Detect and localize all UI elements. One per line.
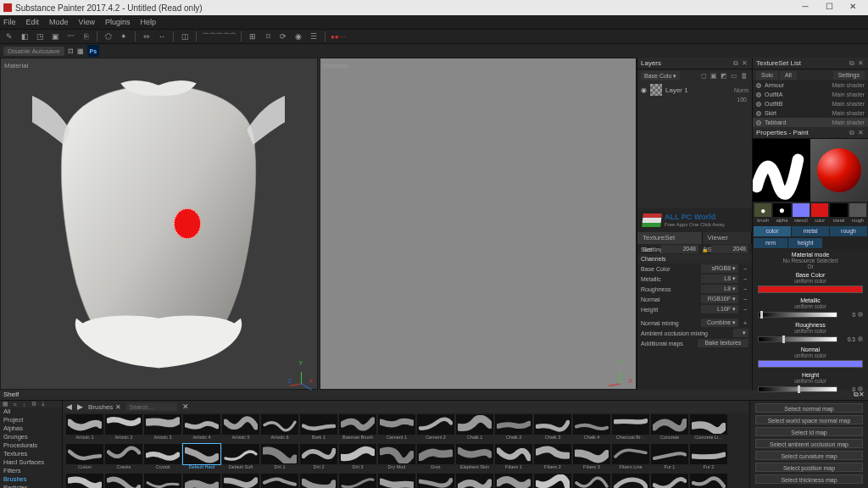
layer-item[interactable]: ◉ Layer 1 Norm bbox=[637, 81, 752, 98]
pressure-curve-icon[interactable]: ⌒⌒⌒⌒⌒ bbox=[202, 31, 236, 42]
select-map-button[interactable]: Select thickness map bbox=[755, 474, 863, 484]
metal-tab[interactable]: metal bbox=[792, 226, 829, 236]
category-item[interactable]: Alphas bbox=[0, 424, 62, 433]
brush-preset[interactable]: Concrete Li… bbox=[690, 414, 727, 442]
all-button[interactable]: All bbox=[780, 71, 797, 80]
category-item[interactable]: Brushes bbox=[0, 475, 62, 484]
alpha-slot[interactable]: ●alpha bbox=[773, 203, 790, 224]
stencil-slot[interactable]: stencil bbox=[793, 203, 810, 224]
search-input[interactable] bbox=[126, 402, 177, 411]
axis-gizmo[interactable]: Y X bbox=[609, 362, 631, 384]
import-icon[interactable]: ⤓ bbox=[39, 401, 47, 408]
close-tab-icon[interactable]: ✕ bbox=[115, 403, 121, 411]
symmetry-icon[interactable]: ◫ bbox=[179, 30, 191, 42]
channel-format-dropdown[interactable]: L8 ▾ bbox=[701, 274, 738, 283]
category-item[interactable]: Grunges bbox=[0, 433, 62, 441]
rotate-icon[interactable]: ⟳ bbox=[277, 30, 289, 42]
normal-mixing-dropdown[interactable]: Combine ▾ bbox=[701, 319, 738, 327]
add-mask-icon[interactable]: ◩ bbox=[720, 72, 728, 80]
normal-tab[interactable]: nrm bbox=[754, 238, 787, 248]
res-icon[interactable]: ▦ bbox=[77, 47, 84, 55]
basecolor-swatch[interactable] bbox=[758, 286, 863, 293]
textureset-item[interactable]: OutfitAMain shader bbox=[753, 90, 868, 99]
solo-button[interactable]: Solo bbox=[756, 71, 778, 80]
brush-preset[interactable]: Fibers 2 bbox=[534, 444, 571, 472]
undock-icon[interactable]: ⧉ bbox=[732, 59, 740, 68]
menu-view[interactable]: View bbox=[79, 18, 95, 26]
select-map-button[interactable]: Select curvature map bbox=[755, 451, 863, 460]
category-item[interactable]: Hard Surfaces bbox=[0, 458, 62, 467]
brush-preset[interactable]: Concrete bbox=[651, 414, 688, 442]
brush-preset[interactable]: Chalk 2 bbox=[495, 414, 532, 442]
brush-preset[interactable]: Fibers 3 bbox=[573, 444, 610, 472]
brush-preset[interactable]: Dirt 1 bbox=[261, 444, 298, 472]
clone-tool-icon[interactable]: ⎘ bbox=[80, 30, 92, 42]
maximize-button[interactable]: ☐ bbox=[817, 1, 841, 14]
rough-tab[interactable]: rough bbox=[830, 226, 867, 236]
alignment-icon[interactable]: ⇔ bbox=[141, 30, 153, 42]
brush-preset[interactable]: Scratches 3 bbox=[612, 474, 649, 488]
category-item[interactable]: Procedurals bbox=[0, 441, 62, 450]
3d-viewport[interactable]: Material bbox=[0, 58, 318, 390]
brush-preset[interactable]: Dry Mud bbox=[378, 444, 415, 472]
brush-preset[interactable]: Dirt 3 bbox=[339, 444, 376, 472]
brush-preset[interactable]: Scratches bbox=[534, 474, 571, 488]
camera-icon[interactable]: ◉ bbox=[292, 30, 304, 42]
remove-channel-icon[interactable]: − bbox=[742, 286, 748, 292]
size-icon[interactable]: ↔ bbox=[156, 30, 168, 42]
menu-edit[interactable]: Edit bbox=[26, 18, 40, 26]
brush-preset[interactable]: Leather bbox=[144, 474, 181, 488]
brush-preset[interactable]: Chalk 3 bbox=[534, 414, 571, 442]
ortho-icon[interactable]: ⌑ bbox=[262, 30, 274, 42]
smudge-tool-icon[interactable]: 〰 bbox=[64, 30, 76, 42]
settings-button[interactable]: Settings bbox=[833, 71, 865, 80]
channel-format-dropdown[interactable]: RGB16F ▾ bbox=[701, 295, 738, 303]
remove-channel-icon[interactable]: − bbox=[742, 276, 748, 282]
select-map-button[interactable]: Select id map bbox=[755, 427, 863, 436]
reset-icon[interactable] bbox=[858, 312, 863, 317]
add-fill-icon[interactable]: ▣ bbox=[709, 72, 718, 80]
height-tab[interactable]: height bbox=[788, 238, 822, 248]
menu-file[interactable]: File bbox=[3, 18, 16, 26]
brush-preset[interactable]: Fibers 1 bbox=[495, 444, 532, 472]
add-layer-icon[interactable]: ◻ bbox=[699, 72, 708, 80]
size-dropdown-2[interactable]: 2048 bbox=[711, 245, 748, 253]
reset-icon[interactable] bbox=[858, 336, 863, 341]
brush-preset[interactable]: Default Soft bbox=[222, 444, 259, 472]
brush-preset[interactable]: Sandpaper bbox=[495, 474, 532, 488]
close-panel-icon[interactable]: ✕ bbox=[859, 390, 865, 400]
brush-preset[interactable]: Dust bbox=[417, 444, 454, 472]
textureset-item[interactable]: TabbardMain shader bbox=[753, 118, 868, 127]
brush-preset[interactable]: Bark 1 bbox=[300, 414, 337, 442]
close-panel-icon[interactable]: ✕ bbox=[856, 129, 865, 137]
brush-preset[interactable]: Chalk 4 bbox=[573, 414, 610, 442]
textureset-item[interactable]: ArmourMain shader bbox=[753, 80, 868, 90]
nav-back-icon[interactable]: ◀ bbox=[66, 402, 72, 411]
brush-preset[interactable]: Default Hard bbox=[183, 444, 220, 472]
add-group-icon[interactable]: ▭ bbox=[730, 72, 738, 80]
visibility-icon[interactable]: ◉ bbox=[641, 86, 647, 94]
select-map-button[interactable]: Select world space normal map bbox=[755, 415, 863, 424]
brush-preset[interactable]: Fur 3 bbox=[66, 474, 103, 488]
brush-preset[interactable]: Mold bbox=[183, 474, 220, 488]
brush-preset[interactable]: Rice Brush bbox=[378, 474, 415, 488]
category-item[interactable]: Filters bbox=[0, 467, 62, 475]
brush-preset[interactable]: Fur 2 bbox=[690, 444, 727, 472]
undock-icon[interactable]: ⧉ bbox=[848, 129, 856, 137]
brush-preset[interactable]: Road Stripes bbox=[456, 474, 493, 488]
perspective-icon[interactable]: ⊞ bbox=[247, 30, 259, 42]
blendmode-dropdown[interactable]: Base Colo ▾ bbox=[641, 71, 680, 80]
brush-preset[interactable]: Elephant Skin bbox=[456, 444, 493, 472]
sort-icon[interactable]: ↕ bbox=[20, 402, 28, 408]
minimize-button[interactable]: ─ bbox=[793, 1, 817, 14]
close-button[interactable]: ✕ bbox=[841, 1, 865, 14]
brush-preset[interactable]: Fur 1 bbox=[651, 444, 688, 472]
color-slot[interactable]: color bbox=[811, 203, 828, 224]
roughness-slider[interactable]: 0.3 bbox=[753, 334, 868, 344]
brush-preset[interactable]: Cement 1 bbox=[378, 414, 415, 442]
undock-icon[interactable]: ⧉ bbox=[848, 59, 856, 68]
close-panel-icon[interactable]: ✕ bbox=[740, 59, 748, 68]
projection-tool-icon[interactable]: ◳ bbox=[34, 30, 46, 42]
brush-preset[interactable]: Fibers Line bbox=[612, 444, 649, 472]
brush-preset[interactable]: Cracks bbox=[105, 444, 142, 472]
